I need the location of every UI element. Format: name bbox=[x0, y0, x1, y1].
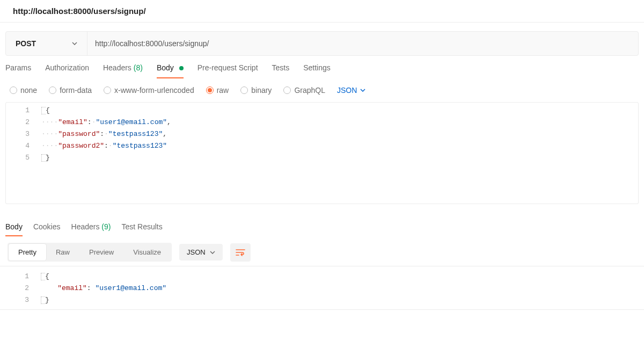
resp-tab-headers-label: Headers bbox=[71, 222, 100, 231]
tab-body[interactable]: Body bbox=[157, 63, 184, 78]
body-type-label: raw bbox=[217, 86, 229, 95]
tab-params[interactable]: Params bbox=[5, 63, 31, 78]
request-body-editor[interactable]: 12345 { ····"email":·"user1@email.com", … bbox=[5, 102, 639, 204]
body-type-row: none form-data x-www-form-urlencoded raw… bbox=[0, 78, 644, 100]
request-url-input[interactable]: http://localhost:8000/users/signup/ bbox=[87, 32, 638, 55]
request-bar: POST http://localhost:8000/users/signup/ bbox=[5, 31, 639, 56]
body-type-urlencoded[interactable]: x-www-form-urlencoded bbox=[104, 86, 194, 95]
body-type-label: x-www-form-urlencoded bbox=[114, 86, 194, 95]
http-method-value: POST bbox=[16, 39, 36, 48]
radio-icon bbox=[206, 86, 214, 94]
chevron-down-icon bbox=[72, 42, 77, 45]
chevron-down-icon bbox=[210, 251, 215, 254]
body-type-none[interactable]: none bbox=[10, 86, 37, 95]
response-tabs: Body Cookies Headers (9) Test Results bbox=[0, 220, 644, 236]
tab-tests[interactable]: Tests bbox=[272, 63, 290, 78]
body-type-binary[interactable]: binary bbox=[240, 86, 272, 95]
body-type-label: none bbox=[20, 86, 37, 95]
raw-type-value: JSON bbox=[337, 86, 357, 95]
tab-settings[interactable]: Settings bbox=[303, 63, 331, 78]
view-visualize[interactable]: Visualize bbox=[123, 244, 171, 261]
response-format-select[interactable]: JSON bbox=[179, 244, 223, 261]
radio-icon bbox=[49, 86, 56, 94]
wrap-icon bbox=[236, 249, 245, 256]
tab-authorization[interactable]: Authorization bbox=[45, 63, 89, 78]
radio-icon bbox=[283, 86, 291, 94]
http-method-select[interactable]: POST bbox=[6, 32, 87, 55]
tab-headers[interactable]: Headers (8) bbox=[103, 63, 143, 78]
body-type-raw[interactable]: raw bbox=[206, 86, 229, 95]
tab-body-label: Body bbox=[157, 63, 174, 72]
resp-tab-body[interactable]: Body bbox=[5, 222, 23, 236]
tab-headers-count: (8) bbox=[134, 63, 143, 72]
body-type-label: GraphQL bbox=[294, 86, 325, 95]
resp-tab-cookies[interactable]: Cookies bbox=[33, 222, 61, 236]
response-controls: Pretty Raw Preview Visualize JSON bbox=[0, 236, 644, 266]
wrap-lines-button[interactable] bbox=[230, 243, 251, 262]
resp-tab-headers-count: (9) bbox=[101, 222, 111, 231]
line-number-gutter: 123 bbox=[5, 271, 41, 306]
view-preview[interactable]: Preview bbox=[79, 244, 123, 261]
view-raw[interactable]: Raw bbox=[46, 244, 79, 261]
tab-prerequest[interactable]: Pre-request Script bbox=[197, 63, 258, 78]
divider bbox=[0, 22, 644, 23]
chevron-down-icon bbox=[360, 89, 365, 92]
body-type-label: form-data bbox=[60, 86, 92, 95]
body-modified-dot bbox=[179, 66, 184, 70]
body-type-graphql[interactable]: GraphQL bbox=[283, 86, 325, 95]
line-number-gutter: 12345 bbox=[6, 105, 41, 164]
code-area[interactable]: { "email": "user1@email.com" } bbox=[41, 271, 166, 306]
body-type-label: binary bbox=[251, 86, 272, 95]
view-pretty[interactable]: Pretty bbox=[9, 244, 46, 261]
request-tabs: Params Authorization Headers (8) Body Pr… bbox=[0, 56, 644, 78]
request-tab-title: http://localhost:8000/users/signup/ bbox=[0, 0, 644, 22]
radio-icon bbox=[10, 86, 17, 94]
tab-headers-label: Headers bbox=[103, 63, 131, 72]
view-mode-segment: Pretty Raw Preview Visualize bbox=[8, 243, 172, 262]
resp-tab-tests[interactable]: Test Results bbox=[121, 222, 162, 236]
response-body-editor[interactable]: 123 { "email": "user1@email.com" } bbox=[0, 266, 644, 310]
code-area[interactable]: { ····"email":·"user1@email.com", ····"p… bbox=[41, 105, 171, 164]
radio-icon bbox=[104, 86, 111, 94]
raw-type-select[interactable]: JSON bbox=[337, 86, 365, 95]
radio-icon bbox=[240, 86, 248, 94]
body-type-form-data[interactable]: form-data bbox=[49, 86, 92, 95]
resp-tab-headers[interactable]: Headers (9) bbox=[71, 222, 111, 236]
response-format-value: JSON bbox=[187, 248, 206, 256]
